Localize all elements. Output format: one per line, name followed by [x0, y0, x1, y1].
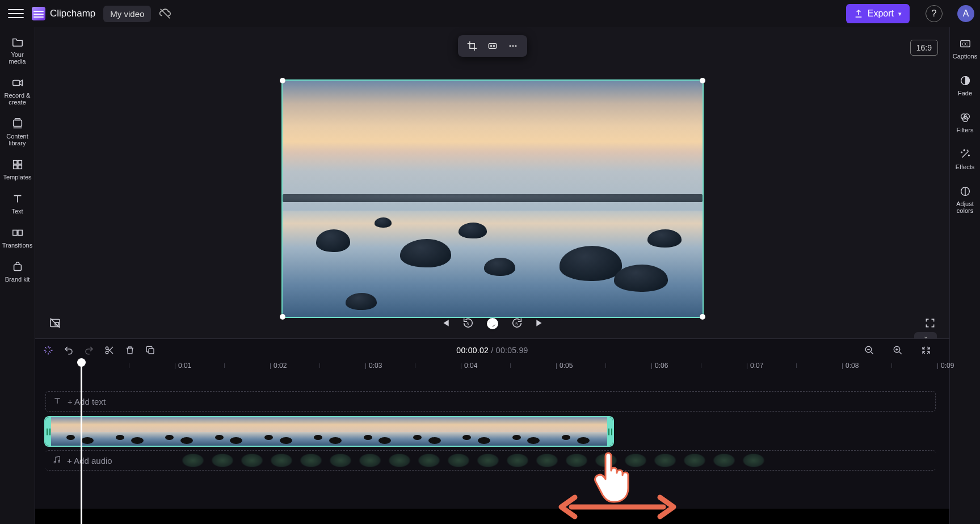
- camera-icon: [11, 76, 24, 90]
- filters-icon: [959, 111, 971, 124]
- sidebar-label: Your media: [0, 51, 35, 65]
- ruler-tick: 0:06: [651, 362, 668, 370]
- ruler-tick: 0:03: [365, 362, 382, 370]
- text-icon: [11, 192, 24, 206]
- avatar[interactable]: A: [957, 5, 974, 22]
- svg-rect-10: [14, 265, 21, 270]
- svg-point-22: [490, 45, 491, 47]
- total-time: 00:05.99: [496, 346, 528, 355]
- svg-text:5: 5: [515, 321, 518, 326]
- property-item-adjust[interactable]: Adjust colors: [950, 185, 980, 214]
- sidebar-item-record[interactable]: Record & create: [0, 76, 35, 106]
- cloud-sync-off-icon[interactable]: [159, 7, 171, 20]
- skip-start-button[interactable]: [439, 316, 451, 330]
- svg-rect-34: [149, 349, 154, 354]
- clip-trim-handle-right[interactable]: ┃┃: [607, 417, 613, 446]
- video-clip[interactable]: ┃┃ ┃┃: [45, 417, 613, 446]
- property-label: Captions: [953, 53, 977, 60]
- export-label: Export: [868, 9, 894, 19]
- ruler-tick: 0:07: [747, 362, 763, 370]
- play-button[interactable]: [486, 316, 499, 330]
- property-label: Effects: [956, 164, 974, 170]
- zoom-out-button[interactable]: [864, 345, 874, 355]
- resize-handle-tl[interactable]: [280, 78, 285, 83]
- tutorial-cursor-icon: [592, 448, 638, 505]
- sidebar-label: Transitions: [1, 242, 34, 249]
- svg-point-18: [964, 150, 965, 151]
- property-label: Adjust colors: [950, 200, 980, 214]
- sidebar-item-brand[interactable]: Brand kit: [0, 260, 35, 283]
- more-options-button[interactable]: [507, 40, 519, 52]
- ruler-tick: 0:09: [937, 362, 954, 370]
- brand-kit-icon: [11, 260, 24, 274]
- sidebar-label: Brand kit: [3, 276, 31, 283]
- forward-5s-button[interactable]: 5: [511, 316, 523, 330]
- property-item-fade[interactable]: Fade: [950, 74, 980, 97]
- current-time: 00:00.02: [456, 346, 489, 355]
- adjust-colors-icon: [959, 185, 971, 198]
- svg-line-0: [161, 9, 170, 19]
- delete-button[interactable]: [125, 345, 135, 355]
- undo-button[interactable]: [64, 345, 74, 355]
- svg-rect-8: [12, 230, 16, 235]
- fill-fit-button[interactable]: [486, 40, 499, 52]
- add-text-track[interactable]: + Add text: [45, 391, 936, 412]
- sidebar-item-your-media[interactable]: Your media: [0, 35, 35, 65]
- library-icon: [11, 117, 24, 131]
- ai-sparkle-button[interactable]: [43, 345, 53, 355]
- svg-rect-4: [13, 161, 16, 164]
- split-button[interactable]: [104, 345, 115, 355]
- svg-point-17: [961, 152, 962, 153]
- sidebar-label: Record & create: [0, 92, 35, 106]
- project-title-input[interactable]: My video: [103, 6, 151, 22]
- svg-rect-5: [18, 161, 21, 164]
- aspect-ratio-button[interactable]: 16:9: [910, 40, 938, 56]
- app-name: Clipchamp: [50, 8, 95, 19]
- ruler-tick: 0:08: [842, 362, 859, 370]
- timeline-ruler[interactable]: 0:01 0:02 0:03 0:04 0:05 0:06 0:07 0:08 …: [35, 362, 949, 378]
- chevron-down-icon: ▾: [898, 10, 902, 18]
- clip-trim-handle-left[interactable]: ┃┃: [45, 417, 51, 446]
- zoom-in-button[interactable]: [893, 345, 903, 355]
- export-button[interactable]: Export ▾: [846, 4, 910, 23]
- folder-icon: [11, 35, 24, 49]
- duplicate-button[interactable]: [145, 345, 155, 355]
- clip-thumbnails: [51, 417, 607, 446]
- ruler-tick: 0:02: [270, 362, 287, 370]
- sidebar-item-transitions[interactable]: Transitions: [0, 226, 35, 249]
- svg-text:CC: CC: [962, 41, 968, 47]
- playhead[interactable]: [81, 360, 82, 524]
- selection-outline: [283, 81, 703, 317]
- skip-end-button[interactable]: [535, 316, 546, 330]
- svg-point-24: [509, 45, 511, 47]
- sidebar-item-text[interactable]: Text: [0, 192, 35, 215]
- sidebar-item-templates[interactable]: Templates: [0, 158, 35, 181]
- ruler-tick: 0:01: [175, 362, 191, 370]
- svg-rect-2: [13, 120, 22, 127]
- help-button[interactable]: ?: [926, 5, 943, 22]
- fit-timeline-button[interactable]: [921, 345, 931, 355]
- property-item-captions[interactable]: CC Captions: [950, 37, 980, 60]
- fade-icon: [959, 74, 971, 87]
- property-item-effects[interactable]: Effects: [950, 148, 980, 170]
- preview-canvas[interactable]: [283, 81, 703, 317]
- effects-icon: [959, 148, 971, 161]
- resize-handle-tr[interactable]: [700, 78, 705, 83]
- svg-text:5: 5: [466, 321, 469, 326]
- svg-rect-21: [489, 44, 496, 48]
- sidebar-item-library[interactable]: Content library: [0, 117, 35, 146]
- fullscreen-button[interactable]: [924, 317, 936, 329]
- rewind-5s-button[interactable]: 5: [462, 316, 474, 330]
- sidebar-label: Content library: [0, 133, 35, 146]
- svg-point-19: [968, 155, 969, 156]
- add-audio-track[interactable]: + Add audio: [45, 450, 936, 471]
- property-label: Fade: [958, 90, 972, 97]
- property-item-filters[interactable]: Filters: [950, 111, 980, 133]
- crop-button[interactable]: [466, 40, 478, 52]
- redo-button[interactable]: [84, 345, 94, 355]
- captions-icon: CC: [959, 37, 971, 50]
- menu-button[interactable]: [8, 6, 24, 22]
- collapse-preview-button[interactable]: ⌄: [914, 332, 937, 338]
- picture-in-picture-off-button[interactable]: [49, 317, 61, 329]
- sidebar-label: Templates: [1, 174, 33, 181]
